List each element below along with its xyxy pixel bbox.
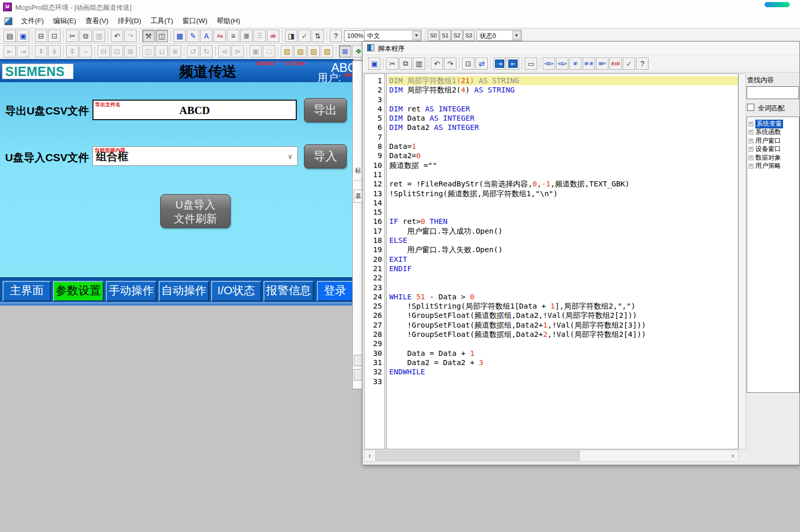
tree-item-5[interactable]: +数据对象	[747, 154, 799, 162]
window-frame-button[interactable]: ◫	[156, 30, 168, 42]
tree-item-4[interactable]: +设备窗口	[747, 145, 799, 154]
expand-plus-icon[interactable]: +	[749, 156, 753, 160]
print-preview-button[interactable]: ⊡	[48, 30, 61, 42]
print-button[interactable]: ⊟	[35, 30, 47, 42]
nav-button-I/O状态[interactable]: I/O状态	[211, 281, 261, 301]
syntax-check-button[interactable]: ✓	[298, 30, 311, 42]
undo-button[interactable]: ↶	[431, 58, 443, 70]
tree-item-6[interactable]: +用户策略	[747, 162, 799, 171]
script-check-button[interactable]: ✓	[623, 58, 635, 70]
expand-plus-icon[interactable]: +	[749, 130, 753, 135]
state-button-s2[interactable]: S2	[451, 30, 463, 41]
copy-button[interactable]: ⧉	[399, 58, 412, 70]
tree-item-1[interactable]: +系统变量	[747, 120, 799, 128]
code-editor[interactable]: 1234567891011121314151617181920212223242…	[364, 73, 738, 449]
state-button-s1[interactable]: S1	[440, 30, 451, 41]
find-input[interactable]	[747, 86, 799, 99]
expand-plus-icon[interactable]: +	[749, 122, 753, 126]
graph-edit-button[interactable]: ✎	[187, 30, 199, 42]
line-spacing-button[interactable]: ≣	[240, 30, 253, 42]
scroll-left-arrow[interactable]: ‹	[365, 450, 375, 461]
toolbar-separator	[63, 46, 64, 57]
strip-button[interactable]	[354, 369, 363, 381]
status-value: 状态0	[480, 32, 496, 40]
bring-to-front-button[interactable]: ▨	[281, 45, 293, 58]
expand-plus-icon[interactable]: +	[749, 147, 753, 151]
toolbox-button[interactable]: ⚒	[142, 30, 155, 42]
same-height-button: ⊡	[111, 45, 123, 58]
nav-button-登录[interactable]: 登录	[317, 281, 353, 301]
import-file-combobox[interactable]: 当前选择内容 组合框 ∨	[92, 146, 298, 166]
send-backward-button[interactable]: ▨	[321, 45, 333, 58]
import-button[interactable]: 导入	[304, 144, 347, 168]
bring-forward-button[interactable]: ▨	[308, 45, 320, 58]
cut-button[interactable]: ✂	[386, 58, 398, 70]
export-filename-input[interactable]: 导出文件名 ABCD	[92, 100, 297, 120]
strip-button[interactable]	[354, 355, 363, 366]
language-select[interactable]: 中文 ▼	[364, 30, 422, 41]
nav-button-自动操作[interactable]: 自动操作	[159, 281, 209, 301]
save-button[interactable]: ▣	[17, 30, 29, 42]
scrollbar-thumb[interactable]	[375, 451, 580, 461]
lock-object-button[interactable]: ⊠	[339, 45, 351, 58]
menu-item-6[interactable]: 窗口(W)	[178, 16, 212, 26]
state-button-s0[interactable]: S0	[428, 30, 439, 41]
help-button[interactable]: ?	[636, 58, 649, 70]
insert-if-else-button[interactable]: IF-E	[583, 58, 595, 70]
insert-while-button[interactable]: W=	[596, 58, 608, 70]
insert-data-object-button[interactable]: <D>	[543, 58, 555, 70]
nav-button-报警信息[interactable]: 报警信息	[263, 281, 314, 301]
status-select[interactable]: 状态0 ▼	[477, 30, 522, 41]
new-screen-button[interactable]: ▤	[4, 30, 16, 42]
expand-plus-icon[interactable]: +	[749, 164, 753, 168]
horizontal-scrollbar[interactable]: ‹ ›	[364, 450, 738, 462]
grid-dots-button[interactable]: ⠿	[254, 30, 266, 42]
spell-abc-button[interactable]: ab	[267, 30, 279, 42]
nav-button-主界面[interactable]: 主界面	[3, 281, 51, 301]
nav-button-手动操作[interactable]: 手动操作	[106, 281, 157, 301]
tree-item-3[interactable]: +用户窗口	[747, 137, 799, 145]
font-setting-button[interactable]: Aa	[214, 30, 226, 42]
state-button-s3[interactable]: S3	[463, 30, 474, 41]
menu-item-1[interactable]: 文件(F)	[16, 16, 48, 26]
vertical-scrollbar[interactable]	[738, 73, 746, 449]
properties-button[interactable]: ◨	[285, 30, 297, 42]
save-script-button[interactable]: ▣	[368, 58, 380, 70]
menu-item-3[interactable]: 查看(V)	[81, 16, 113, 26]
copy-button[interactable]: ⧉	[80, 30, 92, 42]
tree-item-2[interactable]: +系统函数	[747, 128, 799, 137]
menu-item-7[interactable]: 帮助(H)	[212, 16, 245, 26]
chevron-down-icon[interactable]: ∨	[284, 150, 296, 163]
menu-item-5[interactable]: 工具(T)	[146, 16, 178, 26]
comment-toggle-button[interactable]: ▭	[525, 58, 537, 70]
export-script-button[interactable]: ⇥	[493, 58, 506, 70]
cut-button[interactable]: ✂	[66, 30, 79, 42]
syntax-preview-button[interactable]: ⊡	[462, 58, 474, 70]
insert-function-button[interactable]: <G>	[556, 58, 568, 70]
expand-plus-icon[interactable]: +	[749, 139, 753, 143]
export-button[interactable]: 导出	[304, 98, 347, 122]
nav-button-参数设置[interactable]: 参数设置	[53, 281, 104, 301]
insert-exit-button[interactable]: Exit	[609, 58, 622, 70]
scroll-right-arrow[interactable]: ›	[728, 450, 738, 461]
format-code-button[interactable]: ⇄	[475, 58, 488, 70]
paste-button[interactable]: ▥	[413, 58, 425, 70]
redo-button[interactable]: ↷	[444, 58, 456, 70]
import-script-button[interactable]: ⇤	[507, 58, 519, 70]
align-text-lines-button[interactable]: ≡	[227, 30, 239, 42]
code-line-23	[388, 283, 738, 292]
sort-order-button[interactable]: ⇅	[312, 30, 324, 42]
undo-button[interactable]: ↶	[111, 30, 123, 42]
help-button[interactable]: ?	[330, 30, 342, 42]
toolbox-strip-tab[interactable]: 基	[354, 189, 363, 203]
whole-word-checkbox[interactable]	[747, 104, 754, 111]
send-to-back-button[interactable]: ▨	[294, 45, 307, 58]
animation-config-button[interactable]: ▩	[174, 30, 186, 42]
menu-item-2[interactable]: 编辑(E)	[48, 16, 81, 26]
text-label-button[interactable]: A	[200, 30, 213, 42]
menu-item-4[interactable]: 排列(D)	[113, 16, 146, 26]
insert-if-button[interactable]: IF	[569, 58, 582, 70]
usb-refresh-button[interactable]: U盘导入 文件刷新	[160, 194, 231, 228]
script-window-titlebar[interactable]: 脚本程序	[363, 42, 799, 54]
mdi-child-icon[interactable]	[5, 17, 12, 25]
